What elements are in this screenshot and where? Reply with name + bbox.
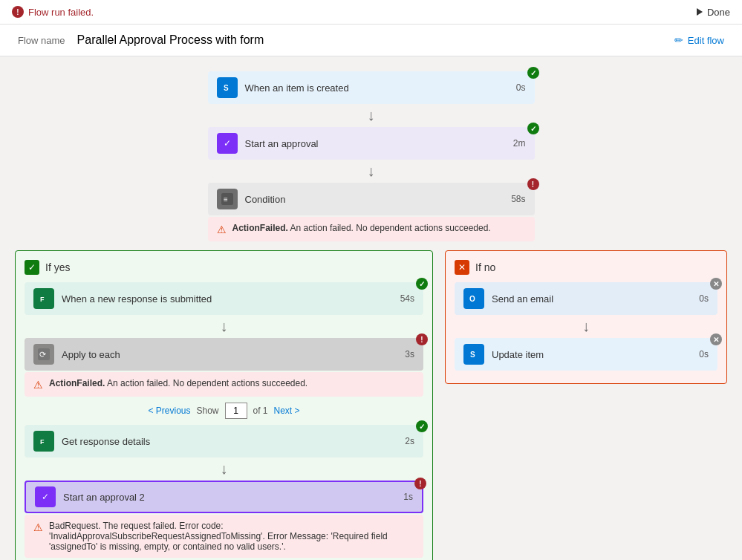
play-icon <box>697 8 703 16</box>
header-bar: Flow name Parallel Approval Process with… <box>0 25 742 56</box>
approval2-error-text: BadRequest. The request failed. Error co… <box>49 521 414 552</box>
step-new-response[interactable]: F When a new response is submitted 54s ✓ <box>25 282 423 315</box>
sharepoint-icon: S <box>217 77 238 98</box>
step-send-email-label: Send an email <box>492 293 693 305</box>
step-update-item[interactable]: S Update item 0s ✕ <box>455 338 717 371</box>
edit-flow-button[interactable]: ✏ Edit flow <box>674 34 724 46</box>
no-icon: ✕ <box>455 260 469 275</box>
step-send-email[interactable]: O Send an email 0s ✕ <box>455 282 717 315</box>
branch-yes-header: ✓ If yes <box>25 260 423 275</box>
page-input[interactable] <box>225 403 247 419</box>
canvas: S When an item is created 0s ✓ ↓ ✓ Start… <box>0 56 742 560</box>
outlook-icon: O <box>463 288 484 309</box>
prev-button[interactable]: < Previous <box>148 406 190 416</box>
svg-text:F: F <box>40 296 45 303</box>
step-condition-wrapper: ≡ Condition 58s ! ⚠ ActionFailed. An act… <box>208 183 535 244</box>
error-bar: ! Flow run failed. Done <box>0 0 742 25</box>
step-when-created-status: ✓ <box>527 67 539 79</box>
arrow-no-1: ↓ <box>455 318 717 335</box>
svg-text:≡: ≡ <box>224 195 228 204</box>
step-approval-status: ✓ <box>527 123 539 134</box>
step-when-created-wrapper: S When an item is created 0s ✓ <box>208 71 535 104</box>
done-button[interactable]: Done <box>697 7 730 18</box>
next-button[interactable]: Next > <box>274 406 300 416</box>
svg-text:S: S <box>470 351 475 359</box>
branch-no-label: If no <box>475 261 495 273</box>
done-label: Done <box>707 7 730 18</box>
step-send-email-status: ✕ <box>710 278 722 290</box>
arrow-yes-2: ↓ <box>25 460 423 478</box>
svg-text:S: S <box>224 84 229 92</box>
sp-update-icon: S <box>463 344 484 365</box>
edit-flow-label: Edit flow <box>688 35 724 46</box>
branches-container: ✓ If yes F When a new response is submit… <box>15 250 727 560</box>
step-get-response[interactable]: F Get response details 2s ✓ <box>25 425 423 458</box>
flow-name-label: Flow name <box>18 35 65 46</box>
flow-name-value: Parallel Approval Process with form <box>77 33 264 47</box>
step-approval2-status: ! <box>414 478 426 489</box>
step-apply-label: Apply to each <box>62 349 399 360</box>
step-send-email-time: 0s <box>699 293 709 304</box>
approval2-error-box: ⚠ BadRequest. The request failed. Error … <box>25 515 423 558</box>
step-new-response-time: 54s <box>400 293 414 304</box>
svg-text:⟳: ⟳ <box>39 350 46 359</box>
step-apply-time: 3s <box>405 349 414 359</box>
step-when-created-time: 0s <box>516 82 526 93</box>
step-condition-status: ! <box>527 178 539 190</box>
step-approval-time: 2m <box>513 138 526 149</box>
step-approval2-time: 1s <box>403 492 413 502</box>
flow-name-section: Flow name Parallel Approval Process with… <box>18 33 264 47</box>
branch-yes-label: If yes <box>45 261 70 273</box>
forms-icon-2: F <box>33 431 54 452</box>
svg-text:✓: ✓ <box>224 138 231 149</box>
step-get-response-label: Get response details <box>62 436 399 447</box>
arrow-1: ↓ <box>368 107 375 124</box>
error-text: Flow run failed. <box>28 7 94 18</box>
branch-yes: ✓ If yes F When a new response is submit… <box>15 250 433 560</box>
main-flow: S When an item is created 0s ✓ ↓ ✓ Start… <box>208 71 535 244</box>
step-condition[interactable]: ≡ Condition 58s ! <box>208 183 535 215</box>
apply-icon: ⟳ <box>33 344 54 365</box>
step-when-created[interactable]: S When an item is created 0s ✓ <box>208 71 535 104</box>
approval2-icon: ✓ <box>35 486 56 507</box>
of-label: of 1 <box>253 406 268 416</box>
step-update-item-label: Update item <box>492 349 693 360</box>
branch-no: ✕ If no O Send an email 0s ✕ ↓ S Update … <box>445 250 727 384</box>
step-approval-wrapper: ✓ Start an approval 2m ✓ <box>208 127 535 160</box>
warning-icon-3: ⚠ <box>33 521 43 533</box>
step-get-response-status: ✓ <box>416 420 428 432</box>
step-new-response-status: ✓ <box>416 278 428 290</box>
show-label: Show <box>196 406 218 416</box>
warning-icon: ⚠ <box>217 224 227 235</box>
step-condition-time: 58s <box>511 194 525 204</box>
step-approval-label: Start an approval <box>245 138 507 149</box>
svg-text:O: O <box>469 295 475 303</box>
step-apply-status: ! <box>416 333 428 345</box>
step-condition-label: Condition <box>245 194 506 205</box>
svg-text:✓: ✓ <box>42 492 49 502</box>
step-approval2-label: Start an approval 2 <box>63 492 397 503</box>
svg-text:F: F <box>40 438 45 446</box>
apply-error-box: ⚠ ActionFailed. An action failed. No dep… <box>25 372 423 397</box>
step-apply-each[interactable]: ⟳ Apply to each 3s ! <box>25 338 423 371</box>
arrow-yes-1: ↓ <box>25 318 423 335</box>
error-icon: ! <box>12 6 24 18</box>
step-update-item-status: ✕ <box>710 333 722 345</box>
step-approval[interactable]: ✓ Start an approval 2m ✓ <box>208 127 535 160</box>
step-update-item-time: 0s <box>699 349 709 359</box>
approval-icon: ✓ <box>217 133 238 154</box>
warning-icon-2: ⚠ <box>33 379 43 391</box>
pagination: < Previous Show of 1 Next > <box>25 403 423 419</box>
branch-no-header: ✕ If no <box>455 260 717 275</box>
step-approval2[interactable]: ✓ Start an approval 2 1s ! <box>25 481 423 513</box>
condition-error-box: ⚠ ActionFailed. An action failed. No dep… <box>208 217 535 241</box>
step-get-response-time: 2s <box>405 436 414 446</box>
error-message: ! Flow run failed. <box>12 6 94 18</box>
forms-icon-1: F <box>33 288 54 309</box>
step-new-response-label: When a new response is submitted <box>62 293 394 305</box>
pencil-icon: ✏ <box>674 34 683 46</box>
apply-error-text: ActionFailed. An action failed. No depen… <box>49 378 307 388</box>
condition-error-text: ActionFailed. An action failed. No depen… <box>232 223 491 233</box>
yes-icon: ✓ <box>25 260 39 275</box>
arrow-2: ↓ <box>368 163 375 180</box>
